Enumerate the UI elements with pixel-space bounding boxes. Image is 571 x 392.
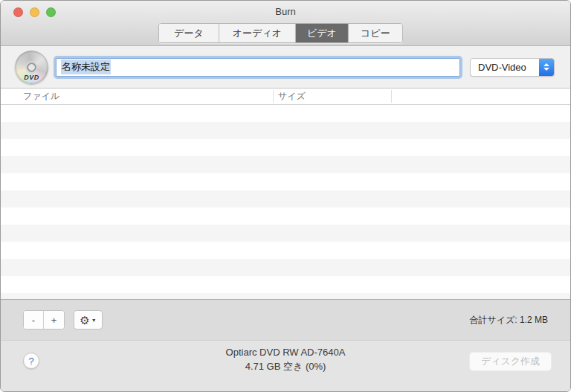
dropdown-stepper-icon (539, 59, 554, 76)
tab-data[interactable]: データ (159, 24, 219, 42)
status-bar: ? Optiarc DVD RW AD-7640A 4.71 GB 空き (0%… (1, 340, 570, 391)
dvd-icon-label: DVD (24, 74, 39, 81)
dvd-disc-icon: DVD (15, 51, 48, 84)
list-toolbar: - + ⚙ ▼ 合計サイズ: 1.2 MB (1, 300, 570, 340)
title-bar[interactable]: Burn データ オーディオ ビデオ コピー (1, 1, 570, 46)
add-remove-button-group: - + (23, 310, 65, 330)
caret-down-icon: ▼ (91, 318, 97, 323)
disc-name-input[interactable]: 名称未設定 (56, 58, 460, 77)
window-title: Burn (1, 6, 570, 17)
mode-segmented-control: データ オーディオ ビデオ コピー (158, 23, 403, 43)
column-header-file[interactable]: ファイル (1, 90, 273, 103)
format-dropdown[interactable]: DVD-Video (470, 58, 555, 77)
column-divider[interactable] (273, 90, 274, 103)
disc-settings-row: DVD 名称未設定 DVD-Video (1, 46, 570, 89)
gear-icon: ⚙ (80, 315, 89, 326)
tab-copy[interactable]: コピー (349, 24, 402, 42)
chevron-down-icon (543, 68, 549, 71)
total-size-label: 合計サイズ: 1.2 MB (469, 314, 548, 327)
add-file-button[interactable]: + (44, 311, 64, 329)
file-list-area[interactable] (1, 105, 570, 300)
burn-app-window: Burn データ オーディオ ビデオ コピー DVD 名称未設定 DVD-Vid… (0, 0, 571, 392)
remove-file-button[interactable]: - (24, 311, 44, 329)
file-table-header: ファイル サイズ (1, 89, 570, 105)
chevron-up-icon (543, 63, 549, 66)
disc-name-value: 名称未設定 (61, 60, 111, 74)
format-selected-value: DVD-Video (471, 62, 539, 73)
tab-video[interactable]: ビデオ (296, 24, 349, 42)
tab-audio[interactable]: オーディオ (219, 24, 296, 42)
actions-gear-button[interactable]: ⚙ ▼ (74, 310, 103, 330)
column-divider[interactable] (391, 90, 392, 103)
burn-disc-button[interactable]: ディスク作成 (469, 352, 552, 371)
column-header-size[interactable]: サイズ (273, 90, 391, 103)
